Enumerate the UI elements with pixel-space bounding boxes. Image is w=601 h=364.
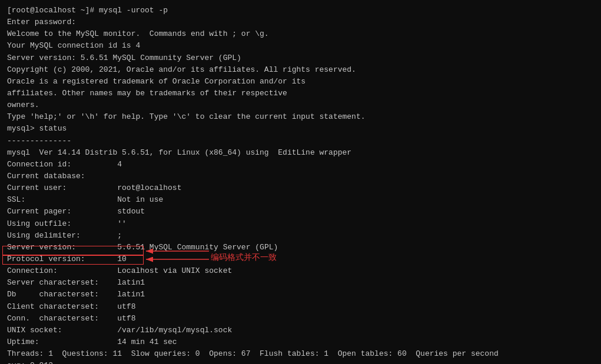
terminal-line-l31: Client characterset: utf8 [7, 301, 594, 313]
terminal-line-l19: Connection id: 4 [7, 159, 594, 171]
terminal-line-l16: -------------- [7, 135, 594, 147]
terminal-line-l27: Protocol version: 10 [7, 253, 594, 265]
terminal-line-l29: Server characterset: latin1 [7, 277, 594, 289]
terminal-line-l13: Type 'help;' or '\h' for help. Type '\c'… [7, 111, 594, 123]
terminal-line-l5: Server version: 5.6.51 MySQL Community S… [7, 52, 594, 64]
terminal-line-l23: Current pager: stdout [7, 206, 594, 218]
terminal-line-l10: affiliates. Other names may be trademark… [7, 88, 594, 99]
terminal-line-l9: Oracle is a registered trademark of Orac… [7, 76, 594, 88]
terminal-line-l11: owners. [7, 99, 594, 111]
terminal-line-l22: SSL: Not in use [7, 194, 594, 206]
terminal-line-l7: Copyright (c) 2000, 2021, Oracle and/or … [7, 64, 594, 76]
terminal-line-l34: Uptime: 14 min 41 sec [7, 336, 594, 348]
terminal-line-l15: mysql> status [7, 123, 594, 135]
terminal-line-l26: Server version: 5.6.51 MySQL Community S… [7, 242, 594, 253]
terminal-line-l2: Enter password: [7, 16, 594, 28]
terminal-line-l20: Current database: [7, 171, 594, 182]
terminal-output: [root@localhost ~]# mysql -uroot -pEnter… [7, 5, 594, 364]
terminal: [root@localhost ~]# mysql -uroot -pEnter… [0, 0, 601, 364]
terminal-line-l33: UNIX socket: /var/lib/mysql/mysql.sock [7, 325, 594, 336]
terminal-line-l21: Current user: root@localhost [7, 182, 594, 194]
terminal-line-l17: mysql Ver 14.14 Distrib 5.6.51, for Linu… [7, 147, 594, 159]
terminal-line-l32: Conn. characterset: utf8 [7, 313, 594, 325]
terminal-line-l30: Db characterset: latin1 [7, 289, 594, 300]
terminal-line-l28: Connection: Localhost via UNIX socket [7, 265, 594, 277]
terminal-line-l4: Your MySQL connection id is 4 [7, 40, 594, 52]
terminal-line-l36: Threads: 1 Questions: 11 Slow queries: 0… [7, 348, 594, 360]
terminal-line-l24: Using outfile: '' [7, 218, 594, 230]
terminal-line-l1: [root@localhost ~]# mysql -uroot -p [7, 5, 594, 16]
terminal-line-l3: Welcome to the MySQL monitor. Commands e… [7, 28, 594, 40]
terminal-line-l37: avg: 0.012 [7, 360, 594, 364]
terminal-line-l25: Using delimiter: ; [7, 230, 594, 242]
